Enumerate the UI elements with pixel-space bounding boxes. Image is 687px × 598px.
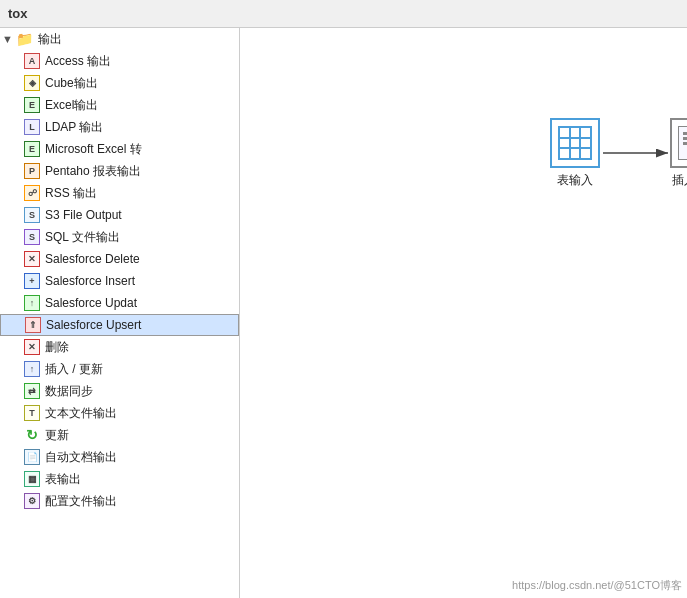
sidebar-item-label-auto-doc: 自动文档输出 (45, 449, 117, 466)
s3-icon: S (24, 207, 40, 223)
canvas-node-insert-update[interactable]: ↑ 插入 / 更新 (670, 118, 687, 206)
table-output-icon: ▦ (24, 471, 40, 487)
sidebar-item-label-delete: 删除 (45, 339, 69, 356)
sidebar-item-ms-excel[interactable]: EMicrosoft Excel 转 (0, 138, 239, 160)
refresh-icon: ↻ (24, 427, 40, 443)
sidebar-item-sf-delete[interactable]: ✕Salesforce Delete (0, 248, 239, 270)
sidebar-item-label-excel: Excel输出 (45, 97, 98, 114)
auto-doc-icon: 📄 (24, 449, 40, 465)
sidebar-item-access[interactable]: AAccess 输出 (0, 50, 239, 72)
sidebar-item-sf-upsert[interactable]: ⇑Salesforce Upsert (0, 314, 239, 336)
sidebar-item-label-ms-excel: Microsoft Excel 转 (45, 141, 142, 158)
sidebar-item-ldap[interactable]: LLDAP 输出 (0, 116, 239, 138)
top-bar-title: tox (8, 6, 28, 21)
text-output-icon: T (24, 405, 40, 421)
sidebar-item-label-access: Access 输出 (45, 53, 111, 70)
canvas-node-table-input-box (550, 118, 600, 168)
sidebar-item-sync[interactable]: ⇄数据同步 (0, 380, 239, 402)
sidebar-item-s3[interactable]: SS3 File Output (0, 204, 239, 226)
sidebar-item-insert-update[interactable]: ↑插入 / 更新 (0, 358, 239, 380)
rss-icon: ☍ (24, 185, 40, 201)
sidebar-item-label-pentaho: Pentaho 报表输出 (45, 163, 141, 180)
sidebar-item-label-refresh: 更新 (45, 427, 69, 444)
sf-insert-icon: + (24, 273, 40, 289)
chevron-down-icon: ▼ (2, 33, 13, 45)
insert-update-icon: ↑ (678, 126, 687, 160)
ms-excel-icon: E (24, 141, 40, 157)
sidebar-item-config-output[interactable]: ⚙配置文件输出 (0, 490, 239, 512)
ldap-icon: L (24, 119, 40, 135)
top-bar: tox (0, 0, 687, 28)
sidebar-item-table-output[interactable]: ▦表输出 (0, 468, 239, 490)
config-output-icon: ⚙ (24, 493, 40, 509)
sidebar-item-text-output[interactable]: T文本文件输出 (0, 402, 239, 424)
excel-icon: E (24, 97, 40, 113)
sidebar-item-label-text-output: 文本文件输出 (45, 405, 117, 422)
main-content: ▼ 📁 输出 AAccess 输出◈Cube输出EExcel输出LLDAP 输出… (0, 28, 687, 598)
sidebar-item-label-sf-delete: Salesforce Delete (45, 252, 140, 266)
canvas-node-insert-update-box: ↑ (670, 118, 687, 168)
sf-upsert-icon: ⇑ (25, 317, 41, 333)
left-panel[interactable]: ▼ 📁 输出 AAccess 输出◈Cube输出EExcel输出LLDAP 输出… (0, 28, 240, 598)
table-input-icon (558, 126, 592, 160)
sf-update-icon: ↑ (24, 295, 40, 311)
sidebar-item-label-sf-upsert: Salesforce Upsert (46, 318, 141, 332)
sidebar-item-sf-insert[interactable]: +Salesforce Insert (0, 270, 239, 292)
canvas-node-table-input-label: 表输入 (557, 172, 593, 189)
sidebar-item-label-cube: Cube输出 (45, 75, 98, 92)
sidebar-item-label-sql-file: SQL 文件输出 (45, 229, 120, 246)
section-output-label: 输出 (38, 31, 62, 48)
section-header-output[interactable]: ▼ 📁 输出 (0, 28, 239, 50)
sf-delete-icon: ✕ (24, 251, 40, 267)
sidebar-item-label-config-output: 配置文件输出 (45, 493, 117, 510)
sidebar-item-refresh[interactable]: ↻更新 (0, 424, 239, 446)
canvas-area: 表输入 ↑ 插入 / 更新 https://blog.csdn.net/@51C… (240, 28, 687, 598)
cube-icon: ◈ (24, 75, 40, 91)
right-panel: 表输入 ↑ 插入 / 更新 https://blog.csdn.net/@51C… (240, 28, 687, 598)
sidebar-item-label-insert-update: 插入 / 更新 (45, 361, 103, 378)
sidebar-item-pentaho[interactable]: PPentaho 报表输出 (0, 160, 239, 182)
sidebar-item-label-ldap: LDAP 输出 (45, 119, 103, 136)
sql-icon: S (24, 229, 40, 245)
sidebar-item-label-sync: 数据同步 (45, 383, 93, 400)
canvas-node-table-input[interactable]: 表输入 (550, 118, 600, 189)
sidebar-item-label-rss: RSS 输出 (45, 185, 97, 202)
sync-icon: ⇄ (24, 383, 40, 399)
insert-update-icon: ↑ (24, 361, 40, 377)
sidebar-item-auto-doc[interactable]: 📄自动文档输出 (0, 446, 239, 468)
sf-delete-icon: ✕ (24, 339, 40, 355)
access-icon: A (24, 53, 40, 69)
sidebar-item-label-sf-update: Salesforce Updat (45, 296, 137, 310)
sidebar-item-label-table-output: 表输出 (45, 471, 81, 488)
sidebar-item-sf-update[interactable]: ↑Salesforce Updat (0, 292, 239, 314)
canvas-node-insert-update-label: 插入 / 更新 (670, 172, 687, 206)
sidebar-item-sql-file[interactable]: SSQL 文件输出 (0, 226, 239, 248)
canvas-arrow (240, 28, 687, 598)
tree-items-container: AAccess 输出◈Cube输出EExcel输出LLDAP 输出EMicros… (0, 50, 239, 512)
folder-icon: 📁 (16, 30, 34, 48)
sidebar-item-excel[interactable]: EExcel输出 (0, 94, 239, 116)
sidebar-item-label-s3: S3 File Output (45, 208, 122, 222)
sidebar-item-delete[interactable]: ✕删除 (0, 336, 239, 358)
sidebar-item-rss[interactable]: ☍RSS 输出 (0, 182, 239, 204)
sidebar-item-label-sf-insert: Salesforce Insert (45, 274, 135, 288)
sidebar-item-cube[interactable]: ◈Cube输出 (0, 72, 239, 94)
pentaho-icon: P (24, 163, 40, 179)
watermark: https://blog.csdn.net/@51CTO博客 (512, 578, 682, 593)
